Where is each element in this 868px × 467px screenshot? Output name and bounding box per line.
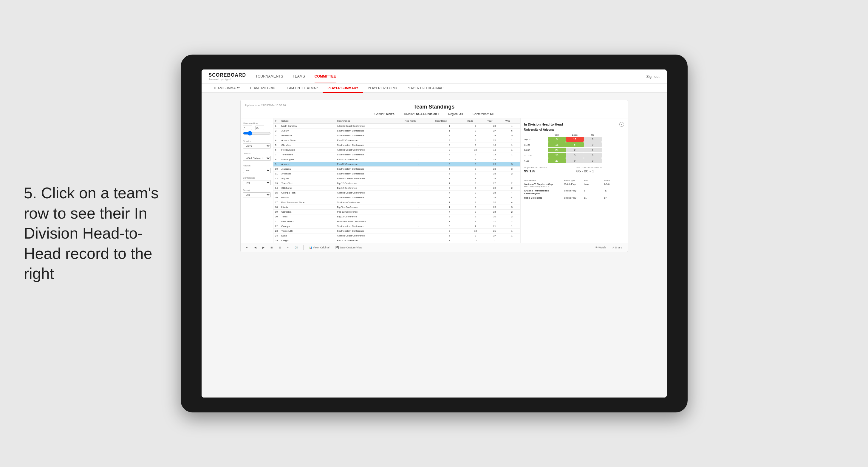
table-row[interactable]: 7 Tennessee Southeastern Conference - 4 … [273,152,520,157]
sub-nav-team-h2h-heatmap[interactable]: TEAM H2H HEATMAP [280,84,322,93]
sub-nav-player-h2h-grid[interactable]: PLAYER H2H GRID [363,84,402,93]
h2h-row: Top 10 3 13 0 [524,137,624,142]
h2h-col-tie: Tie [584,134,602,136]
table-row[interactable]: 16 Florida Southeastern Conference - 7 9… [273,195,520,200]
table-row[interactable]: 25 Oregon Pac-12 Conference - 7 21 0 [273,238,520,243]
division-select[interactable]: NCAA Division I [243,156,271,161]
logo-text: SCOREBOARD [209,72,246,78]
table-row[interactable]: 18 Illinois Big Ten Conference - 1 9 23 … [273,205,520,210]
region-section: Region N/A [243,164,271,173]
table-row[interactable]: 6 Florida State Atlantic Coast Conferenc… [273,148,520,152]
col-num: # [273,118,280,124]
nav-committee[interactable]: COMMITTEE [315,70,336,83]
add-button[interactable]: + [285,245,290,250]
sub-nav-team-summary[interactable]: TEAM SUMMARY [209,84,245,93]
division-value: NCAA Division I [416,113,439,116]
app-container: Update time: 27/03/2024 15:56:26 Team St… [240,100,628,252]
table-row[interactable]: 20 Texas Big 12 Conference - 3 7 20 2 [273,214,520,219]
h2h-col-loss: Loss [566,134,584,136]
gender-select[interactable]: Men's Women's [243,144,271,149]
filters-row: Gender: Men's Division: NCAA Division I … [245,113,623,116]
save-custom-button[interactable]: 💾 Save Custom View [334,245,364,250]
table-row[interactable]: 23 Texas A&M Southeastern Conference - 9… [273,229,520,234]
bottom-toolbar: ↩ ◀ ▶ ⊞ ⊟ + 🕐 📊 View: Original 💾 Save Cu… [241,243,628,252]
min-rounds-section: Minimum Rou... - [243,122,271,136]
sign-out[interactable]: Sign out [646,74,659,79]
table-row[interactable]: 21 New Mexico Mountain West Conference -… [273,219,520,224]
h2h-team-name: University of Arizona [524,128,624,131]
h2h-record-value: 86 - 26 - 1 [577,169,624,173]
col-reg-rank: Reg Rank [403,118,433,124]
app-body: Minimum Rou... - Gender Men's [241,118,628,243]
tablet-screen: SCOREBOARD Powered by clippd TOURNAMENTS… [202,69,667,398]
main-content: Update time: 27/03/2024 15:56:26 Team St… [202,93,667,398]
table-row[interactable]: 19 California Pac-12 Conference - 4 8 24… [273,210,520,214]
logo-area: SCOREBOARD Powered by clippd [209,72,246,81]
table-row[interactable]: 11 Arkansas Southeastern Conference - 6 … [273,172,520,176]
h2h-row: 11-25 11 8 0 [524,142,624,147]
paste-button[interactable]: ⊟ [277,245,283,250]
region-filter: Region: All [448,113,463,116]
undo-button[interactable]: ↩ [244,245,250,250]
sub-nav-player-h2h-heatmap[interactable]: PLAYER H2H HEATMAP [402,84,448,93]
tournament-section: Tournament Event Type Pos Score Jackson … [524,177,624,199]
table-row[interactable]: 1 North Carolina Atlantic Coast Conferen… [273,124,520,128]
h2h-opponents-stat: Opponents in division: 99.1% [524,166,572,173]
clock-button[interactable]: 🕐 [293,245,300,250]
sub-nav-team-h2h-grid[interactable]: TEAM H2H GRID [245,84,280,93]
table-row[interactable]: 12 Virginia Atlantic Coast Conference - … [273,176,520,181]
logo-sub: Powered by clippd [209,78,246,81]
table-row[interactable]: 13 Texas Tech Big 12 Conference - 1 9 27… [273,181,520,186]
tourn-col-type: Event Type [564,180,584,182]
watch-button[interactable]: 👁 Watch [593,245,608,250]
h2h-record-label: W-L-T record in-division: [577,166,624,169]
min-rounds-input[interactable] [243,126,252,130]
col-win: Win [504,118,520,124]
standings-table: # School Conference Reg Rank Conf Rank R… [273,118,520,243]
table-row[interactable]: 14 Oklahoma Big 12 Conference - 2 9 26 2 [273,186,520,191]
division-filter: Division: NCAA Division I [404,113,439,116]
h2h-close-button[interactable]: × [619,122,624,127]
gender-section: Gender Men's Women's [243,140,271,149]
tournament-row: Jackson T. Stephens Cup Men's Match Play… [524,183,624,188]
school-label: School [243,189,271,191]
h2h-header: In Division Head-to-Head × [524,122,624,127]
table-row[interactable]: 17 East Tennessee State Southern Confere… [273,200,520,205]
conference-select[interactable]: (All) [243,180,271,185]
table-row[interactable]: 4 Arizona State Pac-12 Conference - 3 9 … [273,138,520,143]
min-rounds-max-input[interactable] [255,126,264,130]
gender-label: Gender [243,140,271,143]
forward-button[interactable]: ▶ [260,245,266,250]
nav-teams[interactable]: TEAMS [293,70,305,83]
col-conference: Conference [335,118,403,124]
gender-value: Men's [386,113,395,116]
region-select[interactable]: N/A [243,168,271,173]
h2h-opponents-value: 99.1% [524,169,572,173]
col-tour: Tour [486,118,504,124]
nav-tournaments[interactable]: TOURNAMENTS [255,70,283,83]
table-row[interactable]: 24 Duke Atlantic Coast Conference - 5 9 … [273,234,520,238]
table-row[interactable]: 5 Ole Miss Southeastern Conference - 3 6… [273,143,520,148]
table-row[interactable]: 15 Georgia Tech Atlantic Coast Conferenc… [273,191,520,195]
update-time: Update time: 27/03/2024 15:56:26 [245,104,286,107]
h2h-grid-header: Win Loss Tie [524,134,624,136]
table-area: # School Conference Reg Rank Conf Rank R… [273,118,520,243]
share-button[interactable]: ↗ Share [610,245,624,250]
gender-filter: Gender: Men's [374,113,395,116]
school-select[interactable]: (All) [243,192,271,197]
min-rounds-slider[interactable] [243,131,271,136]
toolbar-separator [303,245,304,250]
sub-nav: TEAM SUMMARY TEAM H2H GRID TEAM H2H HEAT… [202,84,667,93]
h2h-title: In Division Head-to-Head [524,123,563,126]
table-row[interactable]: 3 Vanderbilt Southeastern Conference - 2… [273,133,520,138]
table-row[interactable]: 8 Washington Pac-12 Conference - 2 8 23 … [273,157,520,162]
table-row[interactable]: 10 Alabama Southeastern Conference - 5 8… [273,167,520,172]
sub-nav-player-summary[interactable]: PLAYER SUMMARY [322,84,363,93]
annotation-text: 5. Click on a team's row to see their In… [24,183,161,284]
view-original-button[interactable]: 📊 View: Original [307,245,331,250]
table-row[interactable]: 22 Georgia Southeastern Conference - 8 7… [273,224,520,229]
table-row[interactable]: 9 Arizona Pac-12 Conference - 5 8 23 3 [273,162,520,167]
copy-button[interactable]: ⊞ [269,245,275,250]
table-row[interactable]: 2 Auburn Southeastern Conference - 1 9 2… [273,128,520,133]
back-button[interactable]: ◀ [253,245,258,250]
